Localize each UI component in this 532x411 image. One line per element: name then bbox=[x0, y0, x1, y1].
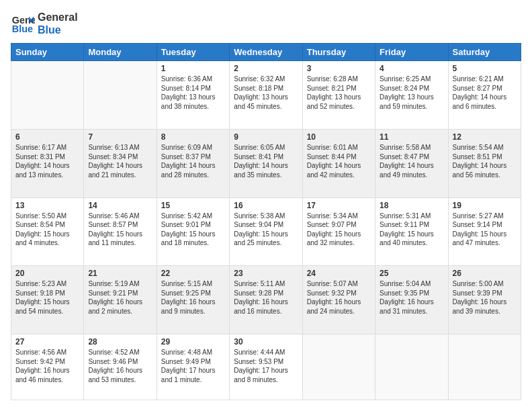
weekday-header: Sunday bbox=[11, 44, 84, 61]
day-number: 30 bbox=[234, 337, 298, 347]
calendar-cell: 5Sunrise: 6:21 AMSunset: 8:27 PMDaylight… bbox=[448, 61, 521, 130]
day-info: Sunrise: 5:27 AMSunset: 9:14 PMDaylight:… bbox=[453, 212, 517, 248]
day-number: 27 bbox=[15, 337, 79, 347]
day-number: 29 bbox=[161, 337, 225, 347]
calendar-cell: 24Sunrise: 5:07 AMSunset: 9:32 PMDayligh… bbox=[302, 266, 375, 334]
calendar-week-row: 13Sunrise: 5:50 AMSunset: 8:54 PMDayligh… bbox=[11, 197, 521, 266]
calendar-cell bbox=[302, 334, 375, 400]
calendar-cell: 28Sunrise: 4:52 AMSunset: 9:46 PMDayligh… bbox=[84, 334, 157, 400]
day-info: Sunrise: 5:15 AMSunset: 9:25 PMDaylight:… bbox=[161, 279, 225, 316]
day-info: Sunrise: 6:01 AMSunset: 8:44 PMDaylight:… bbox=[307, 143, 371, 179]
day-info: Sunrise: 6:21 AMSunset: 8:27 PMDaylight:… bbox=[453, 75, 517, 111]
logo-icon: General Blue bbox=[11, 11, 35, 36]
day-number: 20 bbox=[15, 269, 79, 278]
day-number: 2 bbox=[234, 64, 298, 73]
weekday-header: Monday bbox=[84, 44, 157, 61]
calendar-cell: 27Sunrise: 4:56 AMSunset: 9:42 PMDayligh… bbox=[11, 334, 84, 400]
calendar-cell bbox=[375, 334, 448, 400]
calendar-week-row: 1Sunrise: 6:36 AMSunset: 8:14 PMDaylight… bbox=[11, 61, 521, 130]
day-number: 13 bbox=[15, 201, 79, 210]
day-number: 12 bbox=[453, 132, 517, 142]
calendar-cell: 12Sunrise: 5:54 AMSunset: 8:51 PMDayligh… bbox=[448, 130, 521, 198]
day-info: Sunrise: 5:50 AMSunset: 8:54 PMDaylight:… bbox=[15, 212, 79, 248]
day-number: 28 bbox=[88, 337, 152, 347]
calendar-cell: 22Sunrise: 5:15 AMSunset: 9:25 PMDayligh… bbox=[157, 266, 229, 334]
calendar-cell: 10Sunrise: 6:01 AMSunset: 8:44 PMDayligh… bbox=[302, 130, 375, 198]
logo-text: General Blue bbox=[38, 11, 78, 36]
day-info: Sunrise: 5:58 AMSunset: 8:47 PMDaylight:… bbox=[380, 143, 443, 179]
day-info: Sunrise: 5:34 AMSunset: 9:07 PMDaylight:… bbox=[307, 212, 371, 248]
day-number: 11 bbox=[380, 132, 443, 142]
day-info: Sunrise: 6:36 AMSunset: 8:14 PMDaylight:… bbox=[161, 75, 225, 111]
calendar-cell: 3Sunrise: 6:28 AMSunset: 8:21 PMDaylight… bbox=[302, 61, 375, 130]
day-number: 7 bbox=[88, 132, 152, 142]
day-info: Sunrise: 4:44 AMSunset: 9:53 PMDaylight:… bbox=[234, 348, 298, 384]
weekday-header: Thursday bbox=[302, 44, 375, 61]
calendar-cell: 7Sunrise: 6:13 AMSunset: 8:34 PMDaylight… bbox=[84, 130, 157, 198]
calendar-week-row: 20Sunrise: 5:23 AMSunset: 9:18 PMDayligh… bbox=[11, 266, 521, 334]
calendar-cell: 19Sunrise: 5:27 AMSunset: 9:14 PMDayligh… bbox=[448, 197, 521, 266]
calendar-cell: 9Sunrise: 6:05 AMSunset: 8:41 PMDaylight… bbox=[230, 130, 302, 198]
calendar-cell: 14Sunrise: 5:46 AMSunset: 8:57 PMDayligh… bbox=[84, 197, 157, 266]
calendar-cell: 1Sunrise: 6:36 AMSunset: 8:14 PMDaylight… bbox=[157, 61, 229, 130]
calendar-cell: 11Sunrise: 5:58 AMSunset: 8:47 PMDayligh… bbox=[375, 130, 448, 198]
weekday-header-row: SundayMondayTuesdayWednesdayThursdayFrid… bbox=[11, 44, 521, 61]
day-info: Sunrise: 6:32 AMSunset: 8:18 PMDaylight:… bbox=[234, 75, 298, 111]
calendar-cell: 4Sunrise: 6:25 AMSunset: 8:24 PMDaylight… bbox=[375, 61, 448, 130]
weekday-header: Friday bbox=[375, 44, 448, 61]
day-info: Sunrise: 5:38 AMSunset: 9:04 PMDaylight:… bbox=[234, 212, 298, 248]
day-number: 9 bbox=[234, 132, 298, 142]
calendar-cell bbox=[11, 61, 84, 130]
weekday-header: Tuesday bbox=[157, 44, 229, 61]
day-number: 3 bbox=[307, 64, 371, 73]
calendar-cell: 26Sunrise: 5:00 AMSunset: 9:39 PMDayligh… bbox=[448, 266, 521, 334]
calendar-cell: 29Sunrise: 4:48 AMSunset: 9:49 PMDayligh… bbox=[157, 334, 229, 400]
day-info: Sunrise: 5:07 AMSunset: 9:32 PMDaylight:… bbox=[307, 279, 371, 316]
day-info: Sunrise: 5:42 AMSunset: 9:01 PMDaylight:… bbox=[161, 212, 225, 248]
day-number: 21 bbox=[88, 269, 152, 278]
calendar-cell: 6Sunrise: 6:17 AMSunset: 8:31 PMDaylight… bbox=[11, 130, 84, 198]
day-info: Sunrise: 6:25 AMSunset: 8:24 PMDaylight:… bbox=[380, 75, 443, 111]
day-number: 4 bbox=[380, 64, 443, 73]
day-info: Sunrise: 5:54 AMSunset: 8:51 PMDaylight:… bbox=[453, 143, 517, 179]
day-number: 16 bbox=[234, 201, 298, 210]
calendar-cell: 13Sunrise: 5:50 AMSunset: 8:54 PMDayligh… bbox=[11, 197, 84, 266]
calendar-cell: 8Sunrise: 6:09 AMSunset: 8:37 PMDaylight… bbox=[157, 130, 229, 198]
day-info: Sunrise: 6:13 AMSunset: 8:34 PMDaylight:… bbox=[88, 143, 152, 179]
calendar-week-row: 6Sunrise: 6:17 AMSunset: 8:31 PMDaylight… bbox=[11, 130, 521, 198]
calendar-cell bbox=[84, 61, 157, 130]
calendar-cell: 25Sunrise: 5:04 AMSunset: 9:35 PMDayligh… bbox=[375, 266, 448, 334]
calendar-cell: 23Sunrise: 5:11 AMSunset: 9:28 PMDayligh… bbox=[230, 266, 302, 334]
calendar-cell: 2Sunrise: 6:32 AMSunset: 8:18 PMDaylight… bbox=[230, 61, 302, 130]
day-number: 15 bbox=[161, 201, 225, 210]
day-number: 24 bbox=[307, 269, 371, 278]
day-info: Sunrise: 5:11 AMSunset: 9:28 PMDaylight:… bbox=[234, 279, 298, 316]
day-info: Sunrise: 5:00 AMSunset: 9:39 PMDaylight:… bbox=[453, 279, 517, 316]
header: General Blue General Blue bbox=[11, 11, 521, 36]
page: General Blue General Blue SundayMondayTu… bbox=[0, 0, 532, 411]
day-number: 17 bbox=[307, 201, 371, 210]
calendar-cell bbox=[448, 334, 521, 400]
svg-text:Blue: Blue bbox=[12, 24, 33, 34]
day-info: Sunrise: 6:05 AMSunset: 8:41 PMDaylight:… bbox=[234, 143, 298, 179]
day-info: Sunrise: 5:19 AMSunset: 9:21 PMDaylight:… bbox=[88, 279, 152, 316]
day-info: Sunrise: 4:52 AMSunset: 9:46 PMDaylight:… bbox=[88, 348, 152, 384]
day-info: Sunrise: 5:04 AMSunset: 9:35 PMDaylight:… bbox=[380, 279, 443, 316]
calendar-cell: 16Sunrise: 5:38 AMSunset: 9:04 PMDayligh… bbox=[230, 197, 302, 266]
day-info: Sunrise: 6:28 AMSunset: 8:21 PMDaylight:… bbox=[307, 75, 371, 111]
day-number: 22 bbox=[161, 269, 225, 278]
day-info: Sunrise: 6:09 AMSunset: 8:37 PMDaylight:… bbox=[161, 143, 225, 179]
day-number: 18 bbox=[380, 201, 443, 210]
day-number: 10 bbox=[307, 132, 371, 142]
day-number: 5 bbox=[453, 64, 517, 73]
day-number: 14 bbox=[88, 201, 152, 210]
day-info: Sunrise: 5:31 AMSunset: 9:11 PMDaylight:… bbox=[380, 212, 443, 248]
calendar-cell: 30Sunrise: 4:44 AMSunset: 9:53 PMDayligh… bbox=[230, 334, 302, 400]
weekday-header: Saturday bbox=[448, 44, 521, 61]
weekday-header: Wednesday bbox=[230, 44, 302, 61]
day-info: Sunrise: 6:17 AMSunset: 8:31 PMDaylight:… bbox=[15, 143, 79, 179]
calendar-cell: 20Sunrise: 5:23 AMSunset: 9:18 PMDayligh… bbox=[11, 266, 84, 334]
calendar-week-row: 27Sunrise: 4:56 AMSunset: 9:42 PMDayligh… bbox=[11, 334, 521, 400]
day-number: 1 bbox=[161, 64, 225, 73]
day-number: 26 bbox=[453, 269, 517, 278]
